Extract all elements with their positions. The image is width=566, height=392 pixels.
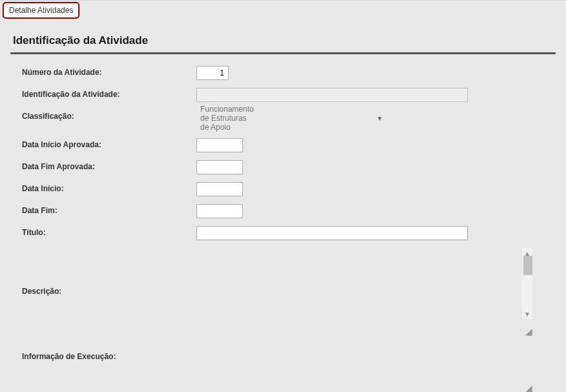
field-identificacao [196,88,468,102]
scrollbar-vertical[interactable]: ▲ ▼ [522,248,532,319]
input-numero-atividade[interactable] [196,66,229,80]
label-classificacao: Classificação: [22,110,196,121]
label-data-inicio: Data Início: [22,182,196,193]
label-titulo: Título: [22,226,196,237]
chevron-down-icon: ▼ [377,115,383,122]
input-data-inicio-aprovada[interactable] [196,138,243,152]
input-data-inicio[interactable] [196,182,243,196]
textarea-descricao-wrap: ▲ ▼ ◢ [196,248,532,332]
label-numero-atividade: Número da Atividade: [22,66,196,77]
label-data-inicio-aprovada: Data Início Aprovada: [22,138,196,149]
label-info-execucao: Informação de Execução: [22,350,196,361]
label-data-fim-aprovada: Data Fim Aprovada: [22,160,196,171]
label-data-fim: Data Fim: [22,204,196,215]
scroll-thumb[interactable] [523,256,532,275]
input-titulo[interactable] [196,226,468,240]
section-title: Identificação da Atividade [10,34,556,54]
resize-handle-icon[interactable]: ◢ [525,384,532,392]
tab-label: Detalhe Atividades [9,6,73,15]
textarea-info-execucao-wrap: ◢ [196,350,532,389]
label-identificacao: Identificação da Atividade: [22,88,196,99]
dropdown-classificacao[interactable]: Funcionamento de Estruturas de Apoio ▼ [196,110,372,127]
input-data-fim-aprovada[interactable] [196,160,243,174]
scroll-down-icon[interactable]: ▼ [522,309,532,319]
tab-bar: Detalhe Atividades [0,1,566,19]
label-descricao: Descrição: [22,285,196,296]
tab-detalhe-atividades[interactable]: Detalhe Atividades [3,2,79,19]
resize-handle-icon[interactable]: ◢ [525,327,532,336]
input-data-fim[interactable] [196,204,243,218]
dropdown-classificacao-text: Funcionamento de Estruturas de Apoio [200,105,254,132]
